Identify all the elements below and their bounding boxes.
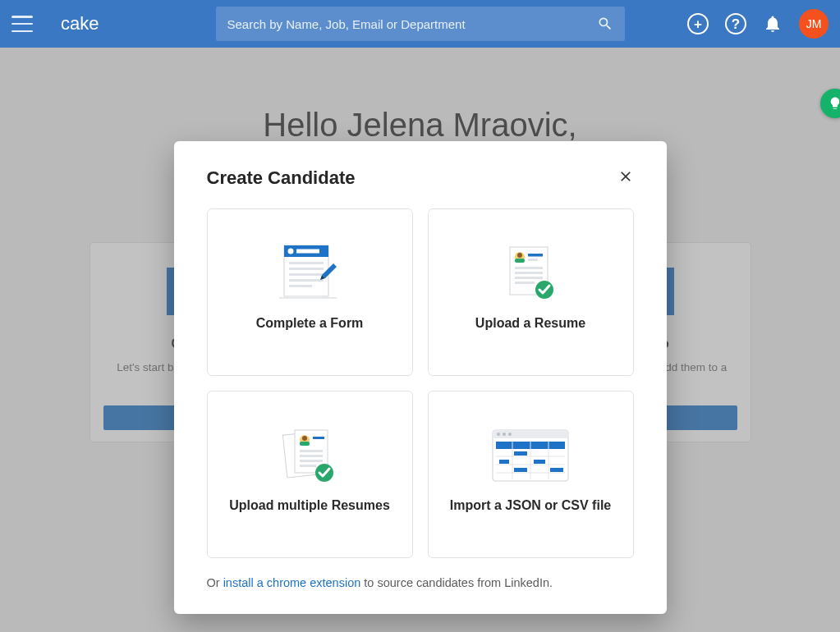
option-import-file[interactable]: Import a JSON or CSV file bbox=[428, 391, 634, 558]
svg-point-36 bbox=[497, 433, 500, 436]
close-icon bbox=[617, 168, 634, 185]
svg-point-37 bbox=[503, 433, 506, 436]
svg-point-38 bbox=[508, 433, 512, 436]
svg-rect-6 bbox=[289, 273, 324, 276]
svg-rect-46 bbox=[514, 451, 527, 456]
svg-rect-50 bbox=[550, 468, 563, 472]
top-right-actions: + ? JM bbox=[687, 9, 829, 39]
resume-icon bbox=[495, 240, 566, 308]
option-complete-form[interactable]: Complete a Form bbox=[207, 208, 413, 376]
svg-rect-8 bbox=[289, 285, 312, 287]
modal-title: Create Candidate bbox=[207, 167, 356, 189]
svg-rect-29 bbox=[300, 450, 323, 452]
svg-rect-30 bbox=[300, 455, 323, 457]
option-label: Import a JSON or CSV file bbox=[450, 498, 611, 513]
notifications-button[interactable] bbox=[763, 14, 783, 34]
menu-button[interactable] bbox=[11, 16, 33, 32]
bulb-icon bbox=[828, 96, 840, 111]
svg-rect-17 bbox=[528, 259, 538, 261]
option-label: Upload multiple Resumes bbox=[229, 498, 390, 513]
svg-rect-31 bbox=[300, 460, 323, 462]
svg-rect-3 bbox=[296, 250, 319, 254]
svg-rect-18 bbox=[515, 267, 543, 269]
svg-rect-16 bbox=[528, 254, 543, 257]
option-upload-resume[interactable]: Upload a Resume bbox=[428, 208, 634, 376]
svg-point-2 bbox=[288, 249, 294, 254]
svg-rect-48 bbox=[534, 460, 545, 464]
option-upload-multiple[interactable]: Upload multiple Resumes bbox=[207, 391, 413, 558]
svg-point-26 bbox=[302, 436, 307, 441]
svg-rect-47 bbox=[499, 460, 509, 464]
form-icon bbox=[274, 240, 345, 308]
svg-rect-32 bbox=[300, 465, 316, 467]
close-button[interactable] bbox=[617, 168, 634, 188]
modal-header: Create Candidate bbox=[207, 167, 634, 189]
svg-rect-20 bbox=[515, 277, 543, 279]
modal-footer: Or install a chrome extension to source … bbox=[207, 576, 634, 589]
chrome-extension-link[interactable]: install a chrome extension bbox=[223, 576, 361, 589]
bell-icon bbox=[763, 14, 783, 34]
search-box[interactable] bbox=[216, 7, 625, 41]
svg-point-14 bbox=[517, 253, 522, 258]
svg-rect-5 bbox=[289, 268, 324, 270]
spreadsheet-icon bbox=[488, 423, 573, 490]
foot-prefix: Or bbox=[207, 576, 223, 589]
user-avatar[interactable]: JM bbox=[799, 9, 829, 39]
help-button[interactable]: ? bbox=[725, 13, 746, 34]
svg-rect-4 bbox=[289, 262, 324, 264]
search-input[interactable] bbox=[227, 17, 597, 31]
svg-rect-15 bbox=[515, 259, 525, 263]
top-bar: cake + ? JM bbox=[0, 0, 840, 48]
modal-options: Complete a Form bbox=[207, 208, 634, 558]
search-icon bbox=[597, 16, 613, 32]
svg-rect-27 bbox=[300, 442, 310, 446]
svg-rect-21 bbox=[515, 282, 535, 284]
create-candidate-modal: Create Candidate bbox=[174, 141, 667, 614]
brand-label: cake bbox=[61, 13, 99, 34]
add-button[interactable]: + bbox=[687, 13, 709, 34]
multi-resume-icon bbox=[272, 423, 347, 490]
svg-rect-19 bbox=[515, 272, 543, 274]
foot-suffix: to source candidates from LinkedIn. bbox=[360, 576, 553, 589]
option-label: Upload a Resume bbox=[475, 316, 585, 331]
svg-rect-7 bbox=[289, 279, 324, 282]
option-label: Complete a Form bbox=[256, 316, 364, 331]
svg-rect-28 bbox=[313, 437, 324, 439]
svg-rect-49 bbox=[514, 468, 527, 472]
